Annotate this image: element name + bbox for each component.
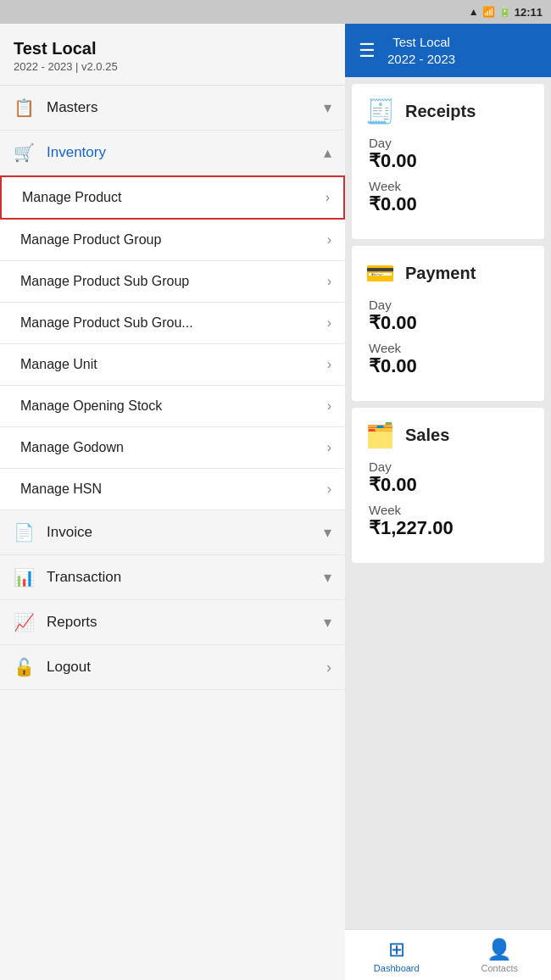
receipts-card-header: 🧾 Receipts — [365, 97, 531, 125]
hamburger-icon[interactable]: ☰ — [359, 40, 376, 62]
logout-icon: 🔓 — [14, 657, 35, 677]
receipts-card: 🧾 Receipts Day ₹0.00 Week ₹0.00 — [352, 84, 544, 239]
status-time: 12:11 — [515, 6, 543, 19]
sidebar-item-manage-product-sub-grou-truncated[interactable]: Manage Product Sub Grou... › — [0, 303, 345, 344]
sidebar-item-invoice[interactable]: 📄 Invoice ▾ — [0, 510, 345, 555]
payment-week-row: Week ₹0.00 — [369, 341, 531, 377]
main-layout: Test Local 2022 - 2023 | v2.0.25 📋 Maste… — [0, 24, 551, 980]
payment-week-amount: ₹0.00 — [369, 355, 531, 377]
sidebar-item-reports[interactable]: 📈 Reports ▾ — [0, 600, 345, 645]
manage-opening-stock-chevron-icon: › — [327, 398, 331, 414]
manage-godown-label: Manage Godown — [20, 440, 327, 455]
sales-card: 🗂️ Sales Day ₹0.00 Week ₹1,227.00 — [352, 408, 544, 563]
manage-product-sub-group-label: Manage Product Sub Group — [20, 274, 327, 289]
inventory-label: Inventory — [47, 144, 324, 161]
dashboard-content: 🧾 Receipts Day ₹0.00 Week ₹0.00 — [345, 77, 551, 929]
sidebar-item-manage-godown[interactable]: Manage Godown › — [0, 427, 345, 469]
top-bar-title-line2: 2022 - 2023 — [387, 51, 455, 68]
sales-card-header: 🗂️ Sales — [365, 421, 531, 449]
signal-icon: 📶 — [482, 6, 495, 18]
receipts-day-row: Day ₹0.00 — [369, 136, 531, 172]
payment-card-header: 💳 Payment — [365, 259, 531, 287]
bottom-nav: ⊞ Dashboard 👤 Contacts — [345, 929, 551, 980]
sidebar-item-inventory[interactable]: 🛒 Inventory ▴ — [0, 131, 345, 175]
manage-product-chevron-icon: › — [326, 190, 330, 205]
receipts-day-amount: ₹0.00 — [369, 150, 531, 172]
sales-day-amount: ₹0.00 — [369, 474, 531, 496]
sidebar-item-manage-hsn[interactable]: Manage HSN › — [0, 469, 345, 510]
reports-chevron-down-icon: ▾ — [324, 613, 331, 632]
logout-label: Logout — [47, 659, 326, 676]
manage-godown-chevron-icon: › — [327, 440, 331, 455]
payment-day-row: Day ₹0.00 — [369, 298, 531, 334]
invoice-icon: 📄 — [14, 522, 35, 543]
manage-product-sub-grou-truncated-chevron-icon: › — [327, 315, 331, 331]
payment-day-label: Day — [369, 298, 531, 312]
receipts-week-amount: ₹0.00 — [369, 193, 531, 215]
contacts-nav-label: Contacts — [481, 963, 518, 973]
sales-week-row: Week ₹1,227.00 — [369, 503, 531, 539]
payment-card: 💳 Payment Day ₹0.00 Week ₹0.00 — [352, 246, 544, 401]
receipts-week-row: Week ₹0.00 — [369, 179, 531, 215]
manage-product-label: Manage Product — [22, 190, 326, 205]
app-name: Test Local — [14, 39, 331, 58]
manage-product-sub-group-chevron-icon: › — [327, 274, 331, 289]
wifi-icon: ▲ — [469, 6, 479, 18]
sidebar-item-manage-product-group[interactable]: Manage Product Group › — [0, 220, 345, 261]
logout-chevron-icon: › — [326, 659, 331, 677]
invoice-chevron-down-icon: ▾ — [324, 523, 331, 542]
right-panel: ☰ Test Local 2022 - 2023 🧾 Receipts Day … — [345, 24, 551, 980]
inventory-chevron-up-icon: ▴ — [324, 143, 331, 162]
payment-icon: 💳 — [365, 259, 395, 287]
manage-unit-chevron-icon: › — [327, 357, 331, 372]
sidebar-item-manage-product-sub-group[interactable]: Manage Product Sub Group › — [0, 261, 345, 303]
receipts-week-label: Week — [369, 179, 531, 193]
masters-label: Masters — [47, 99, 324, 116]
manage-hsn-label: Manage HSN — [20, 482, 327, 497]
payment-day-amount: ₹0.00 — [369, 312, 531, 334]
invoice-label: Invoice — [47, 524, 324, 541]
sales-title: Sales — [405, 426, 449, 445]
manage-product-group-chevron-icon: › — [327, 232, 331, 248]
sales-card-body: Day ₹0.00 Week ₹1,227.00 — [365, 459, 531, 539]
receipts-title: Receipts — [405, 102, 476, 121]
manage-opening-stock-label: Manage Opening Stock — [20, 398, 327, 414]
sales-day-label: Day — [369, 459, 531, 474]
transaction-icon: 📊 — [14, 567, 35, 587]
sidebar-item-transaction[interactable]: 📊 Transaction ▾ — [0, 555, 345, 600]
dashboard-nav-icon: ⊞ — [388, 938, 405, 961]
payment-card-body: Day ₹0.00 Week ₹0.00 — [365, 298, 531, 377]
manage-product-group-label: Manage Product Group — [20, 232, 327, 248]
reports-icon: 📈 — [14, 612, 35, 632]
payment-week-label: Week — [369, 341, 531, 355]
battery-icon: 🔋 — [498, 6, 511, 18]
inventory-icon: 🛒 — [14, 142, 35, 163]
sidebar-item-manage-product[interactable]: Manage Product › — [0, 175, 345, 220]
contacts-nav-icon: 👤 — [487, 938, 512, 961]
top-bar-title-line1: Test Local — [387, 34, 455, 51]
manage-hsn-chevron-icon: › — [327, 482, 331, 497]
transaction-label: Transaction — [47, 569, 324, 586]
masters-chevron-down-icon: ▾ — [324, 98, 331, 117]
dashboard-nav-label: Dashboard — [374, 963, 420, 973]
sidebar: Test Local 2022 - 2023 | v2.0.25 📋 Maste… — [0, 24, 345, 980]
nav-dashboard[interactable]: ⊞ Dashboard — [345, 930, 448, 980]
receipts-card-body: Day ₹0.00 Week ₹0.00 — [365, 136, 531, 215]
payment-title: Payment — [405, 264, 476, 283]
sales-day-row: Day ₹0.00 — [369, 459, 531, 496]
receipts-day-label: Day — [369, 136, 531, 150]
top-bar-title: Test Local 2022 - 2023 — [387, 34, 455, 67]
sales-icon: 🗂️ — [365, 421, 395, 449]
receipts-icon: 🧾 — [365, 97, 395, 125]
nav-contacts[interactable]: 👤 Contacts — [448, 930, 552, 980]
sidebar-item-manage-unit[interactable]: Manage Unit › — [0, 344, 345, 386]
sales-week-amount: ₹1,227.00 — [369, 517, 531, 539]
sales-week-label: Week — [369, 503, 531, 517]
top-bar: ☰ Test Local 2022 - 2023 — [345, 24, 551, 77]
sidebar-item-manage-opening-stock[interactable]: Manage Opening Stock › — [0, 386, 345, 427]
masters-icon: 📋 — [14, 97, 35, 118]
transaction-chevron-down-icon: ▾ — [324, 568, 331, 587]
app-subtitle: 2022 - 2023 | v2.0.25 — [14, 60, 331, 73]
sidebar-item-logout[interactable]: 🔓 Logout › — [0, 645, 345, 690]
sidebar-item-masters[interactable]: 📋 Masters ▾ — [0, 86, 345, 131]
